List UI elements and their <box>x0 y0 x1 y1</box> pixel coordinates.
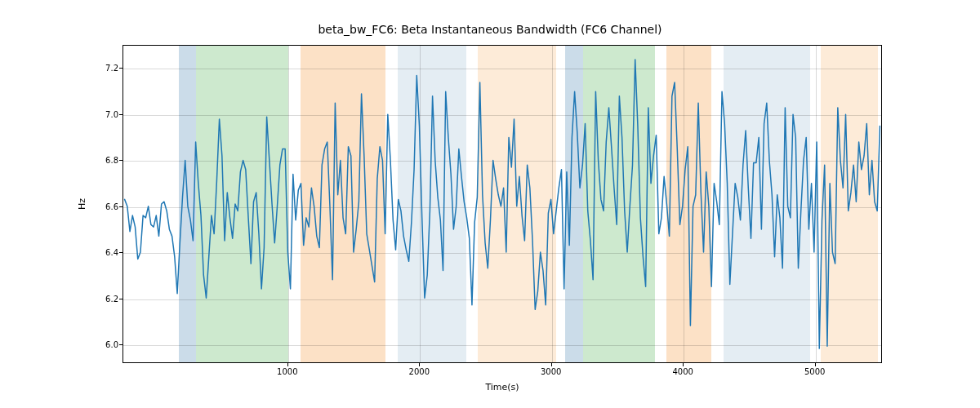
y-tick-label: 6.8 <box>86 156 118 165</box>
y-tickmark <box>119 252 122 253</box>
y-tick-label: 7.0 <box>86 109 118 118</box>
series-line <box>125 60 880 348</box>
x-tickmark <box>683 363 684 366</box>
x-tick-label: 2000 <box>409 367 430 376</box>
x-tick-label: 1000 <box>277 367 297 376</box>
y-tickmark <box>119 299 122 299</box>
x-tickmark <box>287 363 288 366</box>
x-tickmark <box>551 363 552 366</box>
y-tick-label: 6.6 <box>86 202 118 211</box>
y-tickmark <box>119 344 122 345</box>
x-axis-label: Time(s) <box>485 382 519 392</box>
figure: beta_bw_FC6: Beta Instantaneous Bandwidt… <box>0 0 980 408</box>
y-tickmark <box>119 68 122 69</box>
y-tick-label: 6.4 <box>86 248 118 257</box>
chart-title: beta_bw_FC6: Beta Instantaneous Bandwidt… <box>0 23 980 36</box>
y-tick-label: 7.2 <box>86 64 118 73</box>
y-tickmark <box>119 160 122 161</box>
x-tick-label: 5000 <box>804 367 825 376</box>
x-tick-label: 3000 <box>541 367 561 376</box>
x-tick-label: 4000 <box>672 367 693 376</box>
x-tickmark <box>419 363 420 366</box>
y-tick-label: 6.0 <box>86 340 118 349</box>
y-tickmark <box>119 114 122 115</box>
y-tick-label: 6.2 <box>86 294 118 303</box>
y-tickmark <box>119 206 122 207</box>
x-tickmark <box>815 363 816 366</box>
plot-area <box>122 45 882 363</box>
line-series <box>123 46 881 362</box>
